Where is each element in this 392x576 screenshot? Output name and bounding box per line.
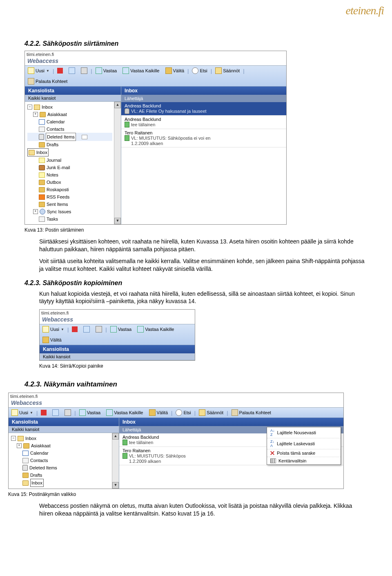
folder-deleted[interactable]: Deleted Items bbox=[27, 133, 112, 141]
folder-contacts[interactable]: Contacts bbox=[27, 125, 112, 133]
menu-remove-column[interactable]: Poista tämä sarake bbox=[267, 449, 341, 457]
folder-calendar[interactable]: Calendar bbox=[27, 118, 112, 125]
chevron-down-icon: ▼ bbox=[30, 411, 33, 415]
menu-sort-asc[interactable]: A↓ZLajittele Nousevasti bbox=[267, 427, 341, 438]
print-button[interactable] bbox=[80, 67, 89, 74]
screenshot-kuva13: tiimi.eteinen.fi Webaccess Uusi▼ | | Vas… bbox=[24, 51, 287, 225]
folderlist-header: Kansiolista bbox=[25, 87, 121, 95]
find-button[interactable]: Etsi bbox=[191, 67, 208, 74]
flag-icon bbox=[125, 135, 129, 141]
folderlist-header: Kansiolista bbox=[9, 418, 119, 426]
caption-kuva15: Kuva 15: Postinäkymän valikko bbox=[8, 491, 368, 497]
forward-button[interactable]: Välitä bbox=[164, 67, 186, 74]
scroll-up-button[interactable]: ▲ bbox=[114, 102, 121, 108]
scrollbar[interactable]: ▲ ▼ bbox=[112, 433, 119, 489]
find-button[interactable]: Etsi bbox=[174, 409, 192, 416]
all-folders-label[interactable]: Kaikki kansiot bbox=[40, 353, 195, 360]
inbox-header: Inbox bbox=[121, 87, 286, 95]
folder-drafts[interactable]: Drafts bbox=[27, 141, 112, 148]
delete-button[interactable] bbox=[71, 326, 79, 333]
envelope-icon bbox=[82, 135, 87, 139]
copy-move-button[interactable] bbox=[67, 67, 76, 74]
folder-notes[interactable]: Notes bbox=[27, 171, 112, 179]
attachment-icon bbox=[125, 108, 129, 114]
expand-icon[interactable]: + bbox=[17, 443, 22, 448]
scroll-up-button[interactable]: ▲ bbox=[112, 433, 119, 440]
heading-4-2-2: 4.2.2. Sähköpostin siirtäminen bbox=[24, 40, 368, 47]
expand-icon[interactable]: + bbox=[33, 112, 38, 117]
caption-kuva14: Kuva 14: Siirrä/Kopioi painike bbox=[39, 363, 368, 369]
new-button[interactable]: Uusi▼ bbox=[41, 326, 65, 333]
rules-button[interactable]: Säännöt bbox=[198, 409, 225, 416]
folder-sync[interactable]: +Sync Issues bbox=[27, 208, 112, 215]
restore-button[interactable]: Palauta Kohteet bbox=[27, 78, 69, 85]
chevron-down-icon: ▼ bbox=[46, 69, 49, 73]
folder-tree: −Inbox +Asiakkaat Calendar Contacts Dele… bbox=[9, 433, 112, 489]
reply-all-button[interactable]: Vastaa Kaikille bbox=[136, 326, 175, 333]
folder-calendar[interactable]: Calendar bbox=[11, 449, 110, 457]
paragraph: Kun haluat kopioida viestejä, et voi raa… bbox=[39, 290, 368, 306]
document-page: 4.2.2. Sähköpostin siirtäminen tiimi.ete… bbox=[0, 17, 392, 538]
print-button[interactable] bbox=[94, 326, 103, 333]
rules-button[interactable]: Säännöt bbox=[214, 67, 241, 74]
folder-contacts[interactable]: Contacts bbox=[11, 457, 110, 464]
all-folders-label[interactable]: Kaikki kansiot bbox=[9, 426, 119, 433]
folder-inbox[interactable]: −Inbox bbox=[11, 435, 110, 442]
copy-move-button[interactable] bbox=[51, 409, 60, 416]
reply-all-button[interactable]: Vastaa Kaikille bbox=[105, 409, 144, 416]
reply-button[interactable]: Vastaa bbox=[78, 409, 102, 416]
forward-button[interactable]: Välitä bbox=[148, 409, 169, 416]
folder-outbox[interactable]: Outbox bbox=[27, 179, 112, 186]
folder-tasks[interactable]: Tasks bbox=[27, 215, 112, 223]
webaccess-label: Webaccess bbox=[40, 316, 195, 324]
forward-button[interactable]: Välitä bbox=[41, 336, 63, 344]
new-button[interactable]: Uusi▼ bbox=[10, 409, 34, 416]
collapse-icon[interactable]: − bbox=[27, 105, 32, 109]
expand-icon[interactable]: + bbox=[33, 209, 38, 214]
reply-button[interactable]: Vastaa bbox=[94, 67, 118, 74]
new-button[interactable]: Uusi▼ bbox=[27, 67, 51, 74]
screenshot-kuva14: tiimi.eteinen.fi Webaccess Uusi▼ | | Vas… bbox=[39, 309, 195, 361]
folder-deleted[interactable]: Deleted Items bbox=[11, 464, 110, 471]
column-header-sender[interactable]: Lähettäjä bbox=[121, 95, 286, 102]
restore-button[interactable]: Palauta Kohteet bbox=[230, 409, 272, 416]
scroll-down-button[interactable]: ▼ bbox=[112, 482, 119, 489]
chevron-down-icon: ▼ bbox=[61, 328, 64, 331]
folder-drafts[interactable]: Drafts bbox=[11, 471, 110, 479]
message-row[interactable]: Andreas Backlund tee tällainen bbox=[121, 116, 286, 129]
scroll-down-button[interactable]: ▼ bbox=[114, 218, 121, 224]
heading-4-2-3b: 4.2.3. Näkymän vaihtaminen bbox=[24, 380, 368, 388]
heading-4-2-3: 4.2.3. Sähköpostin kopioiminen bbox=[24, 279, 368, 287]
print-button[interactable] bbox=[63, 409, 72, 416]
collapse-icon[interactable]: − bbox=[11, 436, 16, 441]
folder-tree: −Inbox +Asiakkaat Calendar Contacts Dele… bbox=[25, 102, 114, 224]
folder-junk[interactable]: Junk E-mail bbox=[27, 164, 112, 171]
all-folders-label[interactable]: Kaikki kansiot bbox=[25, 95, 121, 102]
folder-roskaposti[interactable]: Roskaposti bbox=[27, 186, 112, 193]
reply-all-button[interactable]: Vastaa Kaikille bbox=[121, 67, 160, 74]
folder-sent[interactable]: Sent Items bbox=[27, 201, 112, 208]
folder-asiakkaat[interactable]: +Asiakkaat bbox=[27, 111, 112, 118]
message-row-selected[interactable]: Andreas Backlund VL: AE Filete Oy hakusa… bbox=[121, 102, 286, 116]
folder-inbox-2[interactable]: Inbox bbox=[27, 148, 49, 156]
paragraph: Webaccess postien näkymä on oletus, mutt… bbox=[39, 502, 368, 518]
folder-inbox-2[interactable]: Inbox bbox=[11, 479, 110, 487]
message-row[interactable]: Tero Raitanen VL: MUISTUTUS: Sähköpostia… bbox=[121, 129, 286, 147]
copy-move-button[interactable] bbox=[82, 326, 91, 333]
delete-button[interactable] bbox=[56, 67, 64, 74]
folder-rss[interactable]: RSS Feeds bbox=[27, 193, 112, 201]
menu-sort-desc[interactable]: Z↓ALajittele Laskevasti bbox=[267, 438, 341, 449]
folder-inbox[interactable]: −Inbox bbox=[27, 103, 112, 111]
flag-icon bbox=[122, 440, 127, 445]
toolbar: Uusi▼ | | Vastaa Vastaa Kaikille Välitä … bbox=[9, 407, 343, 418]
webaccess-label: Webaccess bbox=[25, 58, 286, 65]
flag-icon bbox=[122, 453, 127, 459]
address-bar: tiimi.eteinen.fi bbox=[25, 51, 286, 58]
reply-button[interactable]: Vastaa bbox=[109, 326, 133, 333]
folder-asiakkaat[interactable]: +Asiakkaat bbox=[11, 442, 110, 449]
delete-button[interactable] bbox=[40, 409, 48, 416]
scrollbar[interactable]: ▲ ▼ bbox=[114, 102, 121, 224]
folder-journal[interactable]: Journal bbox=[27, 156, 112, 164]
menu-field-chooser[interactable]: Kentänvalitsin bbox=[267, 457, 341, 464]
paragraph: Voit siirtää useita kohteita valitsemall… bbox=[39, 257, 368, 273]
